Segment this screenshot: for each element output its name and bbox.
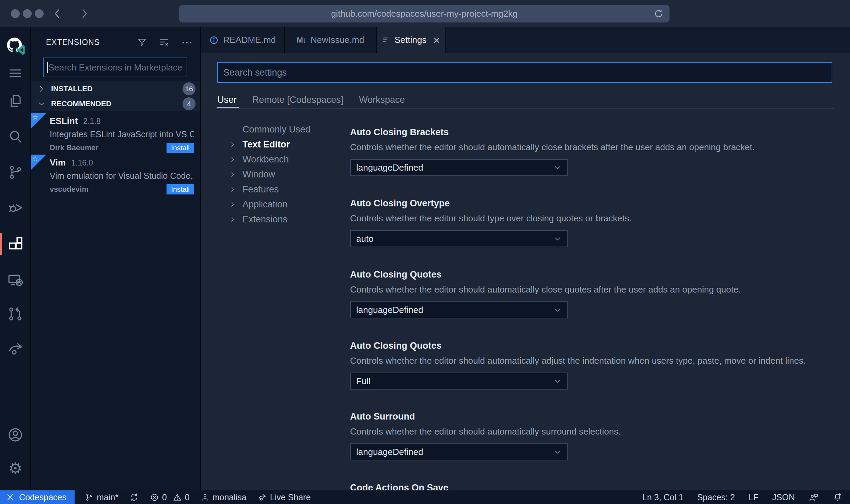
tree-item-label: Extensions [242, 214, 287, 225]
setting-value-dropdown[interactable]: Full [350, 373, 568, 390]
tree-item-commonly-used[interactable]: Commonly Used [229, 122, 345, 137]
editor-tab-bar: README.md M↓ NewIssue.md Settings [201, 27, 850, 53]
chevron-down-icon [37, 100, 46, 108]
setting-value-dropdown[interactable]: languageDefined [350, 159, 568, 176]
source-control-icon[interactable] [0, 159, 31, 185]
install-button[interactable]: Install [167, 184, 194, 194]
install-button[interactable]: Install [167, 143, 194, 153]
setting-value-dropdown[interactable]: languageDefined [350, 301, 568, 318]
setting-description: Controls whether the editor should autom… [350, 355, 834, 366]
address-bar[interactable]: github.com/codespaces/user-my-project-mg… [179, 5, 670, 22]
extension-version: 2.1.8 [83, 117, 100, 126]
cursor-position-status[interactable]: Ln 3, Col 1 [642, 492, 683, 502]
account-icon[interactable] [0, 422, 31, 448]
user-status[interactable]: monalisa [201, 492, 247, 502]
tab-readme[interactable]: README.md [201, 27, 285, 53]
explorer-icon[interactable] [0, 88, 31, 114]
extension-name: Vim [50, 157, 66, 168]
forward-icon[interactable] [78, 6, 91, 21]
section-installed[interactable]: INSTALLED 16 [31, 81, 200, 96]
tab-settings[interactable]: Settings [377, 27, 446, 53]
setting-value-dropdown[interactable]: auto [350, 230, 568, 247]
section-label: RECOMMENDED [51, 99, 111, 108]
more-actions-icon[interactable]: ⋯ [181, 35, 193, 49]
extension-description: Vim emulation for Visual Studio Code... [50, 171, 194, 181]
tree-item-window[interactable]: Window [229, 167, 345, 182]
tree-item-text-editor[interactable]: Text Editor [229, 137, 345, 152]
indentation-status[interactable]: Spaces: 2 [697, 492, 735, 502]
url-text: github.com/codespaces/user-my-project-mg… [331, 9, 518, 19]
settings-editor: User Remote [Codespaces] Workspace Commo… [201, 53, 850, 490]
eol-status[interactable]: LF [749, 492, 758, 502]
feedback-icon[interactable] [808, 492, 819, 502]
extension-publisher: vscodevim [50, 185, 89, 194]
setting-title: Code Actions On Save [350, 482, 834, 490]
tree-item-extensions[interactable]: Extensions [229, 212, 345, 227]
tree-item-application[interactable]: Application [229, 197, 345, 212]
live-share-label: Live Share [270, 492, 311, 502]
extensions-search-box[interactable] [43, 58, 187, 77]
recommended-ribbon-icon: ☆ [31, 113, 46, 129]
extension-version: 1.16.0 [71, 158, 93, 168]
menu-icon[interactable] [0, 60, 31, 86]
chevron-right-icon [229, 201, 236, 208]
chevron-down-icon [553, 163, 562, 172]
extension-name: ESLint [50, 116, 78, 126]
tree-item-workbench[interactable]: Workbench [229, 152, 345, 167]
settings-entries: Auto Closing Brackets Controls whether t… [350, 53, 834, 490]
setting-description: Controls whether the editor should autom… [350, 426, 834, 437]
setting-auto-surround: Auto Surround Controls whether the edito… [350, 411, 834, 460]
setting-code-actions-on-save: Code Actions On Save [350, 482, 834, 490]
codespaces-label: Codespaces [19, 492, 66, 502]
language-label: JSON [772, 492, 795, 502]
sync-status[interactable] [129, 492, 139, 502]
setting-description: Controls whether the editor should autom… [350, 284, 834, 295]
chevron-right-icon [229, 171, 236, 178]
setting-description: Controls whether the editor should type … [350, 212, 834, 224]
run-debug-icon[interactable] [0, 194, 31, 220]
search-icon[interactable] [0, 124, 31, 150]
tree-item-label: Workbench [242, 154, 289, 165]
error-icon [150, 493, 159, 502]
remote-explorer-icon[interactable] [0, 267, 31, 293]
extension-card-vim[interactable]: ☆ Vim 1.16.0 Vim emulation for Visual St… [31, 155, 200, 195]
sync-icon [129, 492, 139, 502]
problems-status[interactable]: 0 0 [150, 492, 190, 502]
filter-icon[interactable] [137, 37, 147, 47]
settings-list-icon [381, 36, 390, 45]
setting-title: Auto Closing Quotes [350, 269, 834, 280]
scope-tab-user[interactable]: User [217, 95, 237, 105]
scope-tab-remote[interactable]: Remote [Codespaces] [252, 95, 343, 105]
section-recommended[interactable]: RECOMMENDED 4 [31, 96, 200, 111]
live-share-icon[interactable] [0, 335, 31, 361]
pull-request-icon[interactable] [0, 301, 31, 327]
settings-gear-icon[interactable]: ⚙ [0, 455, 31, 481]
reload-icon[interactable] [653, 8, 664, 19]
live-share-status[interactable]: Live Share [257, 492, 311, 502]
back-icon[interactable] [51, 6, 64, 21]
window-minimize-button[interactable] [23, 9, 32, 18]
settings-tree: Commonly Used Text Editor Workbench Wind… [229, 122, 345, 227]
extensions-search-input[interactable] [44, 58, 187, 77]
language-mode-status[interactable]: JSON [772, 492, 795, 502]
tab-label: NewIssue.md [311, 35, 364, 45]
tab-newissue[interactable]: M↓ NewIssue.md [285, 27, 377, 53]
extensions-icon[interactable] [0, 231, 31, 257]
window-close-button[interactable] [11, 9, 20, 18]
codespaces-status-button[interactable]: Codespaces [0, 490, 75, 504]
dropdown-value: languageDefined [356, 305, 423, 315]
cursor-position-label: Ln 3, Col 1 [642, 492, 683, 502]
tree-item-features[interactable]: Features [229, 182, 345, 197]
active-view-indicator [0, 233, 2, 255]
clear-filter-icon[interactable] [159, 37, 170, 48]
markdown-icon: M↓ [297, 36, 306, 45]
close-icon[interactable] [432, 36, 441, 45]
branch-status[interactable]: main* [85, 492, 119, 502]
notifications-bell-icon[interactable] [832, 492, 843, 502]
setting-auto-closing-quotes: Auto Closing Quotes Controls whether the… [350, 269, 834, 318]
chevron-right-icon [229, 186, 236, 193]
tree-item-label: Commonly Used [242, 124, 311, 135]
window-maximize-button[interactable] [35, 9, 44, 18]
extension-card-eslint[interactable]: ☆ ESLint 2.1.8 Integrates ESLint JavaScr… [31, 113, 200, 153]
setting-value-dropdown[interactable]: languageDefined [350, 443, 568, 460]
